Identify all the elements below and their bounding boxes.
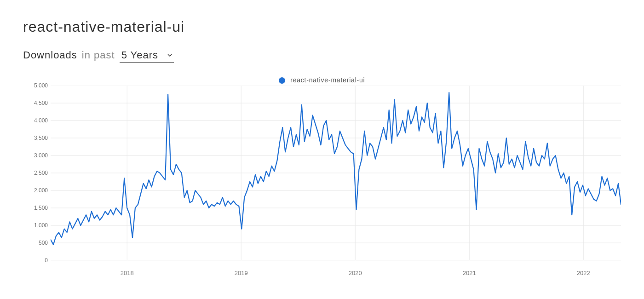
y-gridlines: [51, 86, 621, 260]
page-title: react-native-material-ui: [23, 18, 621, 35]
time-range-select[interactable]: 5 Years: [120, 49, 174, 63]
y-tick-label: 2,000: [34, 187, 48, 194]
y-tick-label: 5,000: [34, 82, 48, 89]
x-tick-label: 2019: [235, 270, 248, 276]
x-axis: 20182019202020212022: [51, 270, 621, 279]
series-line: [51, 92, 621, 245]
y-tick-label: 500: [39, 240, 48, 246]
y-tick-label: 1,500: [34, 205, 48, 211]
y-tick-label: 4,000: [34, 117, 48, 124]
y-tick-label: 1,000: [34, 222, 48, 229]
y-tick-label: 4,500: [34, 100, 48, 106]
legend-dot-icon: [279, 77, 285, 84]
x-tick-label: 2018: [121, 270, 134, 276]
chevron-down-icon: [167, 53, 172, 58]
subtitle-light: in past: [82, 49, 115, 61]
subtitle-bold: Downloads: [23, 49, 77, 61]
chart-legend: react-native-material-ui: [23, 76, 621, 84]
legend-label: react-native-material-ui: [290, 76, 365, 84]
plot-area[interactable]: [51, 86, 621, 260]
x-tick-label: 2021: [463, 270, 476, 276]
x-tick-label: 2022: [577, 270, 590, 276]
y-tick-label: 3,500: [34, 135, 48, 141]
y-tick-label: 2,500: [34, 170, 48, 176]
subtitle: Downloads in past 5 Years: [23, 49, 621, 63]
chart: 05001,0001,5002,0002,5003,0003,5004,0004…: [23, 86, 621, 279]
time-range-value: 5 Years: [121, 49, 158, 61]
y-tick-label: 3,000: [34, 152, 48, 159]
y-tick-label: 0: [45, 257, 48, 264]
y-axis: 05001,0001,5002,0002,5003,0003,5004,0004…: [23, 86, 51, 260]
x-tick-label: 2020: [349, 270, 362, 276]
